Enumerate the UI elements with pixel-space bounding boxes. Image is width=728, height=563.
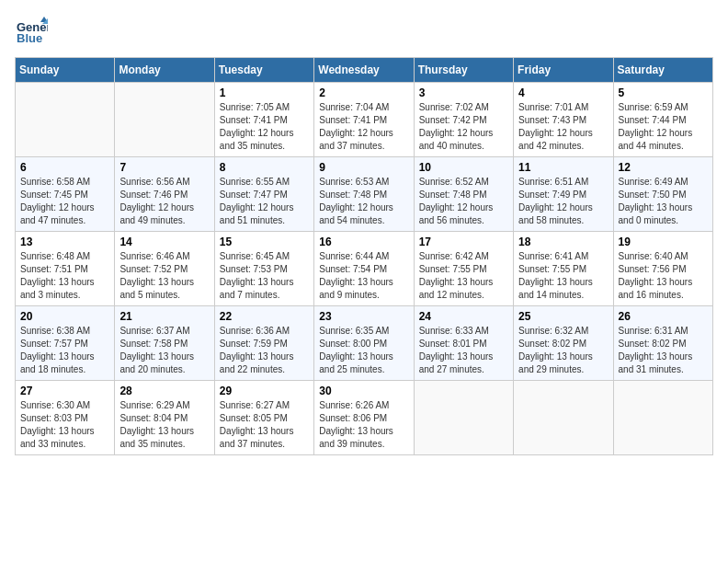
weekday-header-monday: Monday (115, 58, 214, 83)
calendar-day-cell: 24Sunrise: 6:33 AM Sunset: 8:01 PM Dayli… (414, 306, 513, 381)
day-number: 18 (518, 236, 608, 248)
day-number: 11 (518, 161, 608, 174)
day-number: 24 (419, 310, 508, 323)
day-info: Sunrise: 6:46 AM Sunset: 7:52 PM Dayligh… (119, 250, 209, 302)
day-info: Sunrise: 6:37 AM Sunset: 7:58 PM Dayligh… (119, 325, 209, 376)
calendar-day-cell: 19Sunrise: 6:40 AM Sunset: 7:56 PM Dayli… (613, 232, 712, 306)
day-number: 20 (20, 310, 109, 323)
calendar-day-cell: 7Sunrise: 6:56 AM Sunset: 7:46 PM Daylig… (115, 157, 214, 232)
day-info: Sunrise: 6:32 AM Sunset: 8:02 PM Dayligh… (518, 325, 608, 376)
calendar-day-cell: 28Sunrise: 6:29 AM Sunset: 8:04 PM Dayli… (115, 381, 214, 455)
calendar-table: SundayMondayTuesdayWednesdayThursdayFrid… (15, 57, 713, 455)
day-number: 30 (319, 385, 408, 397)
day-number: 5 (619, 86, 708, 99)
calendar-day-cell: 5Sunrise: 6:59 AM Sunset: 7:44 PM Daylig… (613, 83, 712, 157)
calendar-day-cell: 8Sunrise: 6:55 AM Sunset: 7:47 PM Daylig… (214, 157, 313, 232)
day-info: Sunrise: 7:02 AM Sunset: 7:42 PM Dayligh… (419, 101, 508, 153)
weekday-header-friday: Friday (514, 58, 613, 83)
calendar-week-row: 20Sunrise: 6:38 AM Sunset: 7:57 PM Dayli… (16, 306, 713, 381)
day-number: 8 (220, 161, 309, 174)
svg-text:Blue: Blue (17, 31, 42, 45)
calendar-day-cell: 16Sunrise: 6:44 AM Sunset: 7:54 PM Dayli… (314, 232, 414, 306)
weekday-header-thursday: Thursday (414, 58, 513, 83)
calendar-day-cell: 22Sunrise: 6:36 AM Sunset: 7:59 PM Dayli… (214, 306, 313, 381)
day-info: Sunrise: 6:33 AM Sunset: 8:01 PM Dayligh… (419, 325, 508, 376)
day-info: Sunrise: 6:59 AM Sunset: 7:44 PM Dayligh… (619, 101, 708, 153)
day-info: Sunrise: 6:27 AM Sunset: 8:05 PM Dayligh… (220, 399, 309, 451)
day-info: Sunrise: 7:01 AM Sunset: 7:43 PM Dayligh… (518, 101, 608, 153)
day-info: Sunrise: 6:52 AM Sunset: 7:48 PM Dayligh… (419, 176, 508, 227)
day-number: 6 (20, 161, 109, 174)
calendar-day-cell: 29Sunrise: 6:27 AM Sunset: 8:05 PM Dayli… (214, 381, 313, 455)
calendar-week-row: 1Sunrise: 7:05 AM Sunset: 7:41 PM Daylig… (16, 83, 713, 157)
calendar-day-cell (115, 83, 214, 157)
day-number: 10 (419, 161, 508, 174)
day-number: 27 (20, 385, 109, 397)
day-info: Sunrise: 6:51 AM Sunset: 7:49 PM Dayligh… (518, 176, 608, 227)
calendar-day-cell: 15Sunrise: 6:45 AM Sunset: 7:53 PM Dayli… (214, 232, 313, 306)
calendar-week-row: 6Sunrise: 6:58 AM Sunset: 7:45 PM Daylig… (16, 157, 713, 232)
day-number: 29 (220, 385, 309, 397)
day-info: Sunrise: 6:26 AM Sunset: 8:06 PM Dayligh… (319, 399, 408, 451)
day-number: 22 (220, 310, 309, 323)
day-info: Sunrise: 6:40 AM Sunset: 7:56 PM Dayligh… (619, 250, 708, 302)
day-number: 1 (220, 86, 309, 99)
calendar-day-cell: 2Sunrise: 7:04 AM Sunset: 7:41 PM Daylig… (314, 83, 414, 157)
calendar-day-cell: 17Sunrise: 6:42 AM Sunset: 7:55 PM Dayli… (414, 232, 513, 306)
calendar-day-cell: 30Sunrise: 6:26 AM Sunset: 8:06 PM Dayli… (314, 381, 414, 455)
calendar-day-cell: 26Sunrise: 6:31 AM Sunset: 8:02 PM Dayli… (613, 306, 712, 381)
calendar-week-row: 13Sunrise: 6:48 AM Sunset: 7:51 PM Dayli… (16, 232, 713, 306)
day-number: 7 (119, 161, 209, 174)
day-number: 2 (319, 86, 408, 99)
calendar-day-cell: 3Sunrise: 7:02 AM Sunset: 7:42 PM Daylig… (414, 83, 513, 157)
day-info: Sunrise: 6:35 AM Sunset: 8:00 PM Dayligh… (319, 325, 408, 376)
day-info: Sunrise: 6:56 AM Sunset: 7:46 PM Dayligh… (119, 176, 209, 227)
calendar-day-cell: 10Sunrise: 6:52 AM Sunset: 7:48 PM Dayli… (414, 157, 513, 232)
calendar-day-cell: 21Sunrise: 6:37 AM Sunset: 7:58 PM Dayli… (115, 306, 214, 381)
calendar-day-cell: 20Sunrise: 6:38 AM Sunset: 7:57 PM Dayli… (16, 306, 115, 381)
day-number: 4 (518, 86, 608, 99)
day-number: 17 (419, 236, 508, 248)
day-number: 16 (319, 236, 408, 248)
day-info: Sunrise: 6:42 AM Sunset: 7:55 PM Dayligh… (419, 250, 508, 302)
day-info: Sunrise: 6:36 AM Sunset: 7:59 PM Dayligh… (220, 325, 309, 376)
weekday-header-saturday: Saturday (613, 58, 712, 83)
day-info: Sunrise: 7:05 AM Sunset: 7:41 PM Dayligh… (220, 101, 309, 153)
calendar-week-row: 27Sunrise: 6:30 AM Sunset: 8:03 PM Dayli… (16, 381, 713, 455)
day-number: 21 (119, 310, 209, 323)
day-number: 26 (619, 310, 708, 323)
calendar-day-cell: 18Sunrise: 6:41 AM Sunset: 7:55 PM Dayli… (514, 232, 613, 306)
day-number: 19 (619, 236, 708, 248)
day-info: Sunrise: 6:31 AM Sunset: 8:02 PM Dayligh… (619, 325, 708, 376)
calendar-day-cell: 23Sunrise: 6:35 AM Sunset: 8:00 PM Dayli… (314, 306, 414, 381)
day-number: 28 (119, 385, 209, 397)
day-info: Sunrise: 6:49 AM Sunset: 7:50 PM Dayligh… (619, 176, 708, 227)
day-number: 23 (319, 310, 408, 323)
day-number: 9 (319, 161, 408, 174)
day-info: Sunrise: 6:29 AM Sunset: 8:04 PM Dayligh… (119, 399, 209, 451)
day-number: 15 (220, 236, 309, 248)
day-info: Sunrise: 6:44 AM Sunset: 7:54 PM Dayligh… (319, 250, 408, 302)
header: General Blue (15, 15, 713, 48)
calendar-day-cell: 9Sunrise: 6:53 AM Sunset: 7:48 PM Daylig… (314, 157, 414, 232)
weekday-header-tuesday: Tuesday (214, 58, 313, 83)
calendar-day-cell: 25Sunrise: 6:32 AM Sunset: 8:02 PM Dayli… (514, 306, 613, 381)
weekday-header-sunday: Sunday (16, 58, 115, 83)
day-info: Sunrise: 6:45 AM Sunset: 7:53 PM Dayligh… (220, 250, 309, 302)
day-number: 14 (119, 236, 209, 248)
calendar-day-cell: 1Sunrise: 7:05 AM Sunset: 7:41 PM Daylig… (214, 83, 313, 157)
calendar-day-cell: 12Sunrise: 6:49 AM Sunset: 7:50 PM Dayli… (613, 157, 712, 232)
calendar-day-cell: 14Sunrise: 6:46 AM Sunset: 7:52 PM Dayli… (115, 232, 214, 306)
weekday-header-row: SundayMondayTuesdayWednesdayThursdayFrid… (16, 58, 713, 83)
weekday-header-wednesday: Wednesday (314, 58, 414, 83)
calendar-day-cell: 11Sunrise: 6:51 AM Sunset: 7:49 PM Dayli… (514, 157, 613, 232)
day-info: Sunrise: 6:53 AM Sunset: 7:48 PM Dayligh… (319, 176, 408, 227)
day-info: Sunrise: 6:30 AM Sunset: 8:03 PM Dayligh… (20, 399, 109, 451)
calendar-day-cell: 13Sunrise: 6:48 AM Sunset: 7:51 PM Dayli… (16, 232, 115, 306)
day-info: Sunrise: 7:04 AM Sunset: 7:41 PM Dayligh… (319, 101, 408, 153)
day-info: Sunrise: 6:41 AM Sunset: 7:55 PM Dayligh… (518, 250, 608, 302)
calendar-day-cell (514, 381, 613, 455)
calendar-day-cell (16, 83, 115, 157)
day-number: 12 (619, 161, 708, 174)
logo-icon: General Blue (15, 15, 48, 48)
